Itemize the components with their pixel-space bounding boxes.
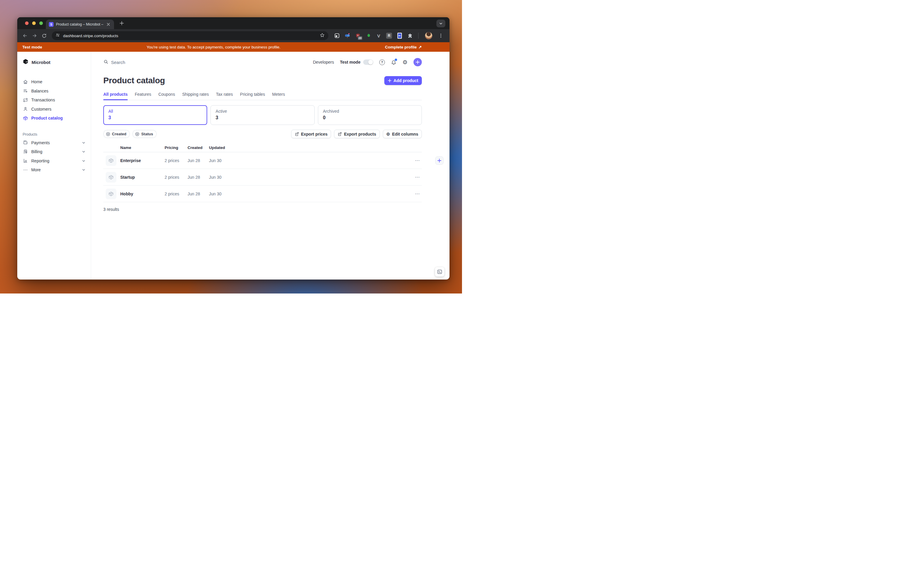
stripe-favicon: S — [49, 22, 54, 27]
table-row[interactable]: Hobby 2 prices Jun 28 Jun 30 ⋯ — [103, 186, 422, 202]
sidebar-item-label: Transactions — [31, 97, 55, 102]
home-icon — [23, 79, 28, 84]
gear-icon: ⚙ — [386, 132, 390, 136]
new-tab-button[interactable] — [117, 19, 126, 28]
green-creature-extension-icon[interactable] — [365, 33, 371, 39]
create-plus-button[interactable] — [414, 58, 422, 66]
sidebar-item-label: Product catalog — [31, 116, 63, 120]
browser-menu-kebab-icon[interactable] — [437, 33, 444, 39]
site-settings-icon[interactable] — [55, 33, 60, 39]
product-updated: Jun 30 — [209, 158, 410, 163]
filter-pills: Created Status — [103, 130, 291, 138]
sidebar-nav: Home Balances Transactions — [21, 77, 87, 174]
search-input[interactable] — [111, 60, 200, 65]
row-actions-ellipsis-icon[interactable]: ⋯ — [410, 191, 422, 197]
side-panel-icon[interactable] — [334, 33, 340, 39]
export-products-button[interactable]: Export products — [334, 130, 380, 138]
sidebar-item-product-catalog[interactable]: Product catalog — [21, 113, 87, 123]
minimize-window-button[interactable] — [32, 21, 36, 25]
catalog-tabs: All products Features Coupons Shipping r… — [103, 92, 422, 100]
url-text[interactable]: dashboard.stripe.com/products — [63, 34, 317, 38]
account-switcher[interactable]: Microbot — [21, 58, 87, 67]
edit-columns-button[interactable]: ⚙ Edit columns — [383, 130, 422, 138]
filter-status-pill[interactable]: Status — [132, 130, 157, 138]
sidebar-item-more[interactable]: More — [21, 165, 87, 174]
developer-terminal-button[interactable] — [435, 267, 444, 276]
search-box[interactable] — [103, 59, 313, 66]
settings-gear-icon[interactable]: ⚙ — [403, 59, 408, 65]
reload-icon[interactable] — [40, 31, 48, 40]
complete-profile-link[interactable]: Complete profile ↗ — [385, 44, 422, 49]
product-created: Jun 28 — [188, 191, 209, 196]
summary-card-archived[interactable]: Archived 0 — [318, 105, 422, 125]
tab-features[interactable]: Features — [135, 92, 151, 100]
row-actions-ellipsis-icon[interactable]: ⋯ — [410, 174, 422, 180]
notifications-bell-icon[interactable] — [391, 59, 396, 65]
sidebar-item-reporting[interactable]: Reporting — [21, 156, 87, 166]
sidebar-section-products: Products — [23, 132, 87, 136]
browser-toolbar: dashboard.stripe.com/products ID 23 — [17, 29, 449, 42]
table-actions: Export prices Export products ⚙ Edit col… — [291, 130, 422, 138]
product-catalog-icon — [23, 115, 28, 121]
extensions-puzzle-icon[interactable] — [407, 33, 413, 39]
sidebar-item-home[interactable]: Home — [21, 77, 87, 87]
zoom-window-button[interactable] — [39, 21, 43, 25]
chevron-down-icon — [82, 150, 86, 153]
product-created: Jun 28 — [188, 158, 209, 163]
help-icon[interactable]: ? — [379, 59, 385, 65]
summary-card-all[interactable]: All 3 — [103, 105, 207, 125]
shield-extension-icon[interactable]: ID 23 — [355, 33, 361, 39]
tab-meters[interactable]: Meters — [272, 92, 285, 100]
mi-card-extension-icon[interactable]: Mi — [396, 33, 403, 39]
back-icon[interactable] — [21, 31, 29, 40]
floating-add-button[interactable] — [435, 156, 444, 165]
tab-all-products[interactable]: All products — [103, 92, 128, 100]
table-row[interactable]: Enterprise 2 prices Jun 28 Jun 30 ⋯ — [103, 152, 422, 169]
product-cube-icon — [106, 155, 116, 166]
products-table: Name Pricing Created Updated Enterprise … — [103, 143, 422, 212]
v-extension-icon[interactable]: V — [375, 33, 382, 39]
sidebar-item-balances[interactable]: Balances — [21, 87, 87, 96]
main-content: Developers Test mode ? — [91, 52, 449, 280]
add-product-button[interactable]: Add product — [384, 76, 422, 85]
table-row[interactable]: Startup 2 prices Jun 28 Jun 30 ⋯ — [103, 169, 422, 186]
sidebar-item-payments[interactable]: Payments — [21, 138, 87, 148]
extension-strip: ID 23 V R Mi — [332, 32, 446, 39]
tab-tax-rates[interactable]: Tax rates — [216, 92, 233, 100]
topbar-right-cluster: Developers Test mode ? — [313, 58, 422, 66]
tab-search-chevron-icon[interactable] — [436, 20, 446, 27]
tab-pricing-tables[interactable]: Pricing tables — [240, 92, 265, 100]
filter-created-pill[interactable]: Created — [103, 130, 130, 138]
tab-close-icon[interactable] — [106, 22, 111, 27]
customers-icon — [23, 107, 28, 112]
product-pricing: 2 prices — [165, 175, 188, 179]
sidebar-item-label: Balances — [31, 89, 48, 94]
chevron-down-icon — [82, 168, 86, 172]
close-window-button[interactable] — [25, 21, 28, 25]
browser-tab[interactable]: S Product catalog – Microbot – — [46, 20, 114, 29]
sidebar-item-transactions[interactable]: Transactions — [21, 95, 87, 105]
sidebar-item-label: Payments — [31, 140, 50, 145]
address-bar[interactable]: dashboard.stripe.com/products — [52, 31, 328, 40]
tab-shipping-rates[interactable]: Shipping rates — [182, 92, 209, 100]
test-mode-label: Test mode — [340, 60, 360, 64]
forward-icon[interactable] — [30, 31, 39, 40]
sidebar-item-billing[interactable]: Billing — [21, 147, 87, 156]
tab-coupons[interactable]: Coupons — [158, 92, 175, 100]
summary-card-active[interactable]: Active 3 — [210, 105, 314, 125]
row-actions-ellipsis-icon[interactable]: ⋯ — [410, 158, 422, 163]
test-mode-toggle[interactable] — [363, 59, 373, 65]
export-prices-button[interactable]: Export prices — [291, 130, 331, 138]
notification-dot — [395, 59, 397, 61]
mailbox-extension-icon[interactable] — [344, 33, 351, 39]
account-name: Microbot — [31, 60, 50, 65]
page-title-row: Product catalog Add product — [103, 76, 422, 86]
sidebar-item-customers[interactable]: Customers — [21, 105, 87, 114]
r-extension-icon[interactable]: R — [386, 33, 392, 39]
browser-profile-avatar[interactable] — [425, 32, 432, 39]
product-created: Jun 28 — [188, 175, 209, 179]
bookmark-star-icon[interactable] — [320, 33, 325, 39]
transactions-icon — [23, 97, 28, 103]
developers-link[interactable]: Developers — [313, 60, 334, 64]
chevron-down-icon — [82, 159, 86, 163]
